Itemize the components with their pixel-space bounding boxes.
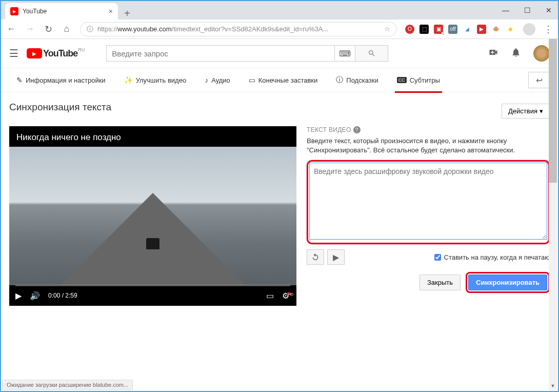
extension-icon[interactable]: ◉ (506, 25, 515, 34)
extension-icon[interactable]: ▣1 (434, 25, 443, 34)
scroll-down-icon[interactable]: ▼ (549, 382, 557, 390)
browser-tab-bar: YouTube × + — ☐ ✕ (1, 1, 558, 19)
forward-button[interactable]: → (25, 24, 35, 34)
tab-endscreens[interactable]: ▭ Конечные заставки (242, 68, 325, 92)
video-player[interactable]: Никогда ничего не поздно ▶ 🔊 0:00 / 2:59… (9, 126, 296, 306)
youtube-header: ☰ YouTube RU ⌨ (1, 39, 558, 68)
tab-audio[interactable]: ♪ Аудио (197, 68, 237, 92)
youtube-favicon (10, 7, 18, 15)
video-scene (9, 147, 296, 285)
transcript-textarea[interactable] (309, 163, 547, 240)
close-tab-icon[interactable]: × (109, 7, 113, 15)
page-title: Синхронизация текста (1, 92, 558, 116)
maximize-button[interactable]: ☐ (522, 6, 532, 14)
pencil-icon: ✎ (16, 76, 23, 84)
reload-button[interactable]: ↻ (43, 24, 53, 35)
rewind-icon (311, 253, 320, 261)
rewind-button[interactable] (307, 249, 324, 265)
url-text: https://www.youtube.com/timedtext_editor… (97, 25, 380, 33)
search-container: ⌨ (106, 45, 388, 62)
help-icon[interactable]: ? (353, 126, 361, 133)
pause-checkbox-label[interactable]: Ставить на паузу, когда я печатаю (434, 253, 550, 261)
tab-title: YouTube (23, 8, 105, 15)
actions-dropdown[interactable]: Действия ▾ (502, 104, 550, 119)
browser-toolbar: ← → ↻ ⌂ ⓘ https://www.youtube.com/timedt… (1, 19, 558, 39)
section-description: Введите текст, который произносится в ви… (307, 136, 550, 155)
browser-tab[interactable]: YouTube × (5, 3, 118, 19)
endscreen-icon: ▭ (249, 76, 255, 84)
profile-icon[interactable] (523, 23, 535, 35)
scroll-thumb[interactable] (549, 39, 557, 183)
extension-icon[interactable]: 🐵 (491, 25, 501, 34)
tab-cards[interactable]: ⓘ Подсказки (329, 68, 385, 92)
upload-icon[interactable] (488, 47, 498, 60)
notifications-icon[interactable] (511, 47, 521, 60)
minimize-button[interactable]: — (501, 6, 511, 14)
extension-icon[interactable]: O (405, 25, 414, 34)
search-button[interactable] (355, 45, 388, 62)
info-icon: ⓘ (87, 25, 93, 34)
time-display: 0:00 / 2:59 (48, 292, 77, 299)
extension-icon[interactable]: ◢ (463, 25, 472, 34)
keyboard-icon[interactable]: ⌨ (335, 45, 355, 62)
youtube-logo[interactable]: YouTube RU (27, 48, 77, 59)
search-icon (368, 49, 376, 57)
play-small-button[interactable]: ▶ (327, 249, 345, 265)
extension-icon[interactable]: ▶ (477, 25, 486, 34)
chevron-down-icon: ▾ (540, 107, 543, 115)
tab-info[interactable]: ✎ Информация и настройки (9, 68, 113, 92)
home-button[interactable]: ⌂ (62, 24, 72, 34)
extension-icon[interactable]: off (448, 25, 457, 34)
editor-tabs: ✎ Информация и настройки ✨ Улучшить виде… (1, 68, 558, 92)
close-window-button[interactable]: ✕ (544, 6, 554, 14)
info-circle-icon: ⓘ (336, 75, 343, 85)
note-icon: ♪ (205, 76, 208, 84)
subtitles-icon[interactable]: ▭ (266, 291, 274, 301)
user-avatar[interactable] (533, 45, 550, 62)
sync-button[interactable]: Синхронизировать (468, 275, 547, 290)
bookmark-icon[interactable]: ☆ (384, 25, 390, 33)
browser-menu-icon[interactable]: ⋮ (544, 24, 553, 35)
status-bar: Ожидание загрузки расширение blatube.com… (2, 380, 133, 390)
video-title: Никогда ничего не поздно (16, 132, 121, 143)
back-arrow-button[interactable]: ↩ (528, 72, 550, 88)
play-icon[interactable]: ▶ (15, 291, 22, 301)
hamburger-icon[interactable]: ☰ (9, 47, 18, 60)
cc-icon: CC (397, 77, 407, 83)
section-label: ТЕКСТ ВИДЕО ? (307, 126, 550, 133)
back-button[interactable]: ← (6, 24, 16, 34)
pause-checkbox[interactable] (434, 254, 441, 261)
address-bar[interactable]: ⓘ https://www.youtube.com/timedtext_edit… (80, 22, 397, 36)
volume-icon[interactable]: 🔊 (30, 291, 40, 301)
tab-subtitles[interactable]: CC Субтитры (390, 68, 447, 92)
scrollbar[interactable]: ▲ ▼ (549, 39, 557, 390)
tab-enhance[interactable]: ✨ Улучшить видео (117, 68, 194, 92)
highlight-annotation: Синхронизировать (466, 272, 550, 293)
new-tab-button[interactable]: + (118, 8, 136, 19)
wand-icon: ✨ (124, 76, 133, 84)
highlight-annotation (307, 160, 550, 244)
youtube-logo-icon (27, 48, 42, 58)
settings-icon[interactable]: ⚙HD (282, 291, 290, 301)
extension-icon[interactable]: ⬚ (420, 25, 429, 34)
extension-icons: O ⬚ ▣1 off ◢ ▶ 🐵 ◉ (405, 25, 515, 34)
search-input[interactable] (106, 45, 335, 62)
close-button[interactable]: Закрыть (420, 275, 461, 290)
